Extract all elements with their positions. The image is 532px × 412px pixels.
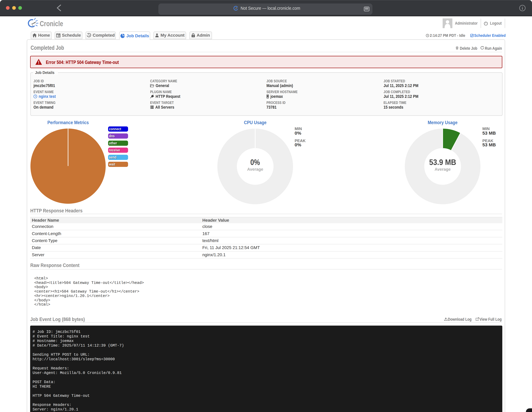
svg-text:i: i: [522, 6, 523, 10]
